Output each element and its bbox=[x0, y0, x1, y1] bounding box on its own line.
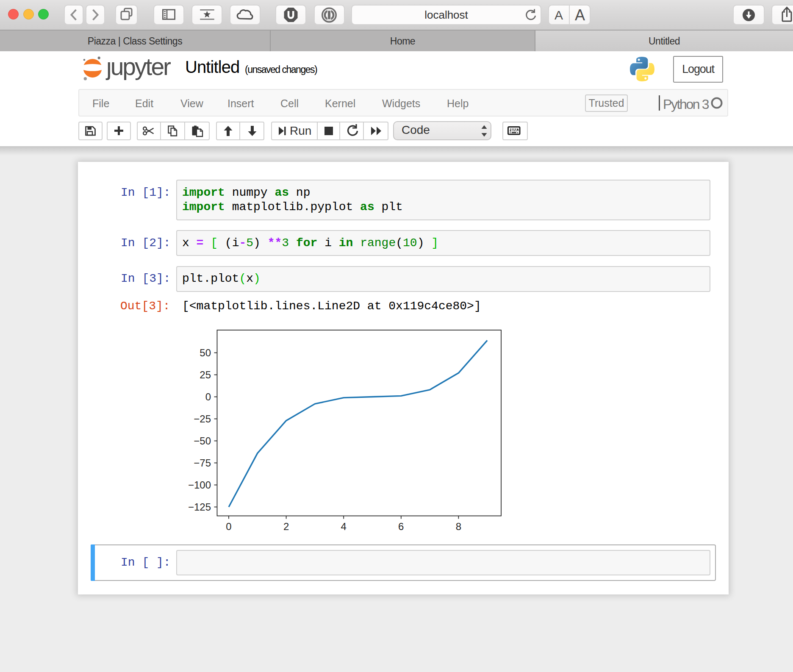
svg-text:−50: −50 bbox=[194, 435, 211, 447]
svg-text:25: 25 bbox=[200, 369, 211, 380]
svg-text:−100: −100 bbox=[188, 479, 211, 491]
svg-text:−25: −25 bbox=[194, 413, 211, 425]
svg-text:−125: −125 bbox=[188, 501, 211, 513]
svg-text:2: 2 bbox=[283, 521, 289, 532]
svg-text:6: 6 bbox=[398, 521, 404, 532]
svg-text:8: 8 bbox=[456, 521, 461, 532]
svg-text:4: 4 bbox=[341, 521, 347, 532]
svg-text:0: 0 bbox=[205, 391, 211, 403]
svg-text:0: 0 bbox=[226, 521, 231, 532]
svg-text:50: 50 bbox=[200, 347, 211, 358]
svg-text:−75: −75 bbox=[194, 457, 211, 469]
